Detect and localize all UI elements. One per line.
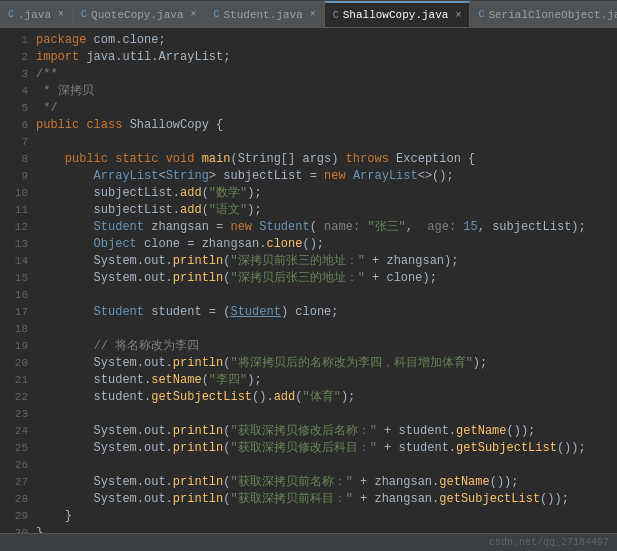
line-num-11: 11 — [0, 202, 36, 219]
code-line-30: 30 } — [0, 525, 617, 533]
line-num-30: 30 — [0, 525, 36, 533]
line-content-9: ArrayList<String> subjectList = new Arra… — [36, 168, 617, 185]
bottom-bar: csdn.net/qq_27184497 — [0, 533, 617, 551]
tab-quotecopy-label: QuoteCopy.java — [91, 9, 183, 21]
line-num-25: 25 — [0, 440, 36, 457]
line-num-13: 13 — [0, 236, 36, 253]
line-num-3: 3 — [0, 66, 36, 83]
code-line-9: 9 ArrayList<String> subjectList = new Ar… — [0, 168, 617, 185]
tab-shallowcopy-icon: C — [333, 10, 339, 21]
tab-student-label: Student.java — [224, 9, 303, 21]
line-num-23: 23 — [0, 406, 36, 423]
line-content-21: student.setName("李四"); — [36, 372, 617, 389]
tab-java[interactable]: C .java × — [0, 1, 73, 27]
code-line-25: 25 System.out.println("获取深拷贝修改后科目：" + st… — [0, 440, 617, 457]
code-line-21: 21 student.setName("李四"); — [0, 372, 617, 389]
tab-java-icon: C — [8, 9, 14, 20]
line-num-2: 2 — [0, 49, 36, 66]
line-num-6: 6 — [0, 117, 36, 134]
line-num-15: 15 — [0, 270, 36, 287]
line-num-26: 26 — [0, 457, 36, 474]
line-num-1: 1 — [0, 32, 36, 49]
line-num-5: 5 — [0, 100, 36, 117]
tab-shallowcopy-close[interactable]: × — [455, 10, 461, 21]
code-line-18: 18 — [0, 321, 617, 338]
code-line-7: 7 — [0, 134, 617, 151]
line-content-27: System.out.println("获取深拷贝前名称：" + zhangsa… — [36, 474, 617, 491]
line-content-20: System.out.println("将深拷贝后的名称改为李四，科目增加体育"… — [36, 355, 617, 372]
code-line-15: 15 System.out.println("深拷贝后张三的地址：" + clo… — [0, 270, 617, 287]
line-content-12: Student zhangsan = new Student( name: "张… — [36, 219, 617, 236]
code-line-16: 16 — [0, 287, 617, 304]
code-line-13: 13 Object clone = zhangsan.clone(); — [0, 236, 617, 253]
code-area: 1 package com.clone; 2 import java.util.… — [0, 28, 617, 533]
tab-shallowcopy-label: ShallowCopy.java — [343, 9, 449, 21]
line-content-4: * 深拷贝 — [36, 83, 617, 100]
line-num-27: 27 — [0, 474, 36, 491]
line-content-24: System.out.println("获取深拷贝修改后名称：" + stude… — [36, 423, 617, 440]
code-line-17: 17 Student student = (Student) clone; — [0, 304, 617, 321]
line-content-28: System.out.println("获取深拷贝前科目：" + zhangsa… — [36, 491, 617, 508]
line-num-14: 14 — [0, 253, 36, 270]
code-line-28: 28 System.out.println("获取深拷贝前科目：" + zhan… — [0, 491, 617, 508]
tab-serialclone-label: SerialCloneObject.java — [488, 9, 617, 21]
line-num-20: 20 — [0, 355, 36, 372]
line-content-11: subjectList.add("语文"); — [36, 202, 617, 219]
code-line-20: 20 System.out.println("将深拷贝后的名称改为李四，科目增加… — [0, 355, 617, 372]
code-line-12: 12 Student zhangsan = new Student( name:… — [0, 219, 617, 236]
line-num-29: 29 — [0, 508, 36, 525]
line-num-17: 17 — [0, 304, 36, 321]
line-content-6: public class ShallowCopy { — [36, 117, 617, 134]
tab-student[interactable]: C Student.java × — [206, 1, 325, 27]
tab-shallowcopy[interactable]: C ShallowCopy.java × — [325, 1, 471, 27]
tab-bar: C .java × C QuoteCopy.java × C Student.j… — [0, 0, 617, 28]
line-num-24: 24 — [0, 423, 36, 440]
code-line-14: 14 System.out.println("深拷贝前张三的地址：" + zha… — [0, 253, 617, 270]
code-line-19: 19 // 将名称改为李四 — [0, 338, 617, 355]
tab-quotecopy-close[interactable]: × — [190, 9, 196, 20]
line-content-5: */ — [36, 100, 617, 117]
line-num-12: 12 — [0, 219, 36, 236]
line-content-2: import java.util.ArrayList; — [36, 49, 617, 66]
code-line-8: 8 public static void main(String[] args)… — [0, 151, 617, 168]
code-line-5: 5 */ — [0, 100, 617, 117]
tab-java-label: .java — [18, 9, 51, 21]
code-line-10: 10 subjectList.add("数学"); — [0, 185, 617, 202]
line-content-29: } — [36, 508, 617, 525]
line-content-30: } — [36, 525, 617, 533]
line-content-1: package com.clone; — [36, 32, 617, 49]
line-num-21: 21 — [0, 372, 36, 389]
line-content-15: System.out.println("深拷贝后张三的地址：" + clone)… — [36, 270, 617, 287]
line-content-17: Student student = (Student) clone; — [36, 304, 617, 321]
line-num-18: 18 — [0, 321, 36, 338]
code-line-11: 11 subjectList.add("语文"); — [0, 202, 617, 219]
tab-student-close[interactable]: × — [310, 9, 316, 20]
line-content-14: System.out.println("深拷贝前张三的地址：" + zhangs… — [36, 253, 617, 270]
code-line-4: 4 * 深拷贝 — [0, 83, 617, 100]
code-line-2: 2 import java.util.ArrayList; — [0, 49, 617, 66]
line-content-10: subjectList.add("数学"); — [36, 185, 617, 202]
tab-serialclone-icon: C — [478, 9, 484, 20]
line-content-3: /** — [36, 66, 617, 83]
line-num-22: 22 — [0, 389, 36, 406]
code-line-22: 22 student.getSubjectList().add("体育"); — [0, 389, 617, 406]
code-line-3: 3 /** — [0, 66, 617, 83]
tab-java-close[interactable]: × — [58, 9, 64, 20]
line-num-9: 9 — [0, 168, 36, 185]
line-num-10: 10 — [0, 185, 36, 202]
code-line-1: 1 package com.clone; — [0, 32, 617, 49]
line-num-19: 19 — [0, 338, 36, 355]
line-num-4: 4 — [0, 83, 36, 100]
line-num-8: 8 — [0, 151, 36, 168]
code-line-23: 23 — [0, 406, 617, 423]
tab-quotecopy-icon: C — [81, 9, 87, 20]
line-content-25: System.out.println("获取深拷贝修改后科目：" + stude… — [36, 440, 617, 457]
line-content-13: Object clone = zhangsan.clone(); — [36, 236, 617, 253]
tab-quotecopy[interactable]: C QuoteCopy.java × — [73, 1, 205, 27]
code-line-26: 26 — [0, 457, 617, 474]
code-line-29: 29 } — [0, 508, 617, 525]
tab-serialclone[interactable]: C SerialCloneObject.java × — [470, 1, 617, 27]
code-line-6: 6 public class ShallowCopy { — [0, 117, 617, 134]
code-line-24: 24 System.out.println("获取深拷贝修改后名称：" + st… — [0, 423, 617, 440]
watermark: csdn.net/qq_27184497 — [489, 537, 609, 548]
